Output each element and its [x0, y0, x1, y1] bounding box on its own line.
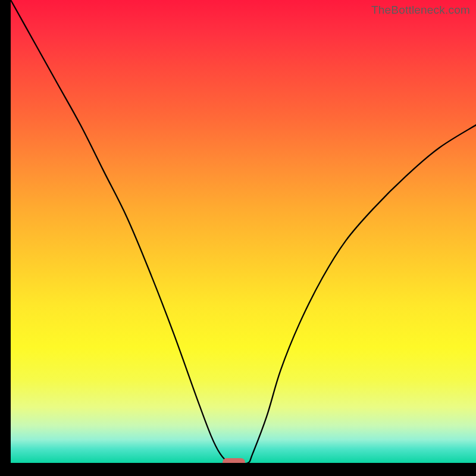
optimal-marker [223, 458, 245, 463]
bottleneck-curve [11, 0, 476, 463]
chart-area [11, 0, 476, 463]
watermark-text: TheBottleneck.com [371, 4, 470, 17]
